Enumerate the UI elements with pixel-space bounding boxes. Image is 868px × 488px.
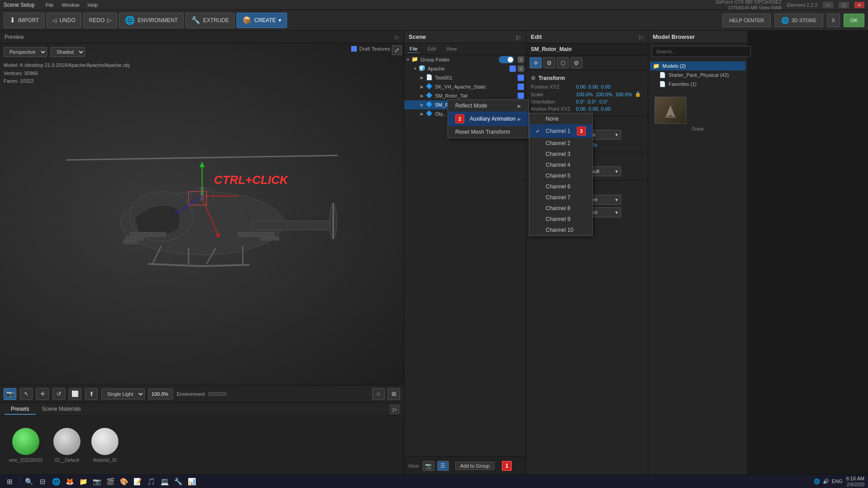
tree-item-apache[interactable]: ▼ 🧊 Apache × [404, 64, 526, 73]
ctx-auxiliary-animation[interactable]: 2 Auxiliary Animation ▶ [448, 112, 528, 126]
ctx-reset-mesh[interactable]: Reset Mesh Transform [448, 126, 528, 138]
sub-channel-10[interactable]: Channel 10 [529, 225, 592, 235]
single-light-dropdown[interactable]: Single Light [101, 389, 145, 399]
sub-channel-4[interactable]: Channel 4 [529, 160, 592, 170]
create-button[interactable]: 📦 CREATE ▾ [236, 13, 287, 28]
draft-textures-checkbox[interactable]: Draft Textures [351, 46, 390, 52]
taskbar-app4[interactable]: 📝 [132, 476, 143, 488]
sub-channel-3[interactable]: Channel 3 [529, 149, 592, 160]
sub-channel-8[interactable]: Channel 8 [529, 203, 592, 214]
close-window-button[interactable]: × [854, 2, 864, 8]
3dstore-button[interactable]: 🌐 3D STORE [774, 14, 823, 27]
models-folder[interactable]: 📁 Models (2) [650, 61, 745, 70]
sub-channel-1[interactable]: ✓ Channel 1 3 [529, 124, 592, 138]
material-swatch-2[interactable]: Material_30 [91, 428, 118, 463]
extrude-button[interactable]: 🔧 EXTRUDE [185, 13, 235, 28]
minimize-button[interactable]: − [823, 2, 833, 8]
quad-view-button[interactable]: ⊞ [387, 388, 400, 400]
scene-expand-icon[interactable]: ▷ [516, 33, 521, 41]
tree-close-group[interactable]: × [518, 56, 524, 63]
frame-button[interactable]: ⬜ [69, 388, 81, 400]
select-button[interactable]: ↖ [20, 388, 33, 400]
sub-channel-6[interactable]: Channel 6 [529, 181, 592, 192]
orient-x[interactable]: 0.0° [576, 99, 585, 104]
taskbar-app3[interactable]: 🎨 [118, 476, 130, 488]
taskbar-app2[interactable]: 🎬 [104, 476, 116, 488]
perspective-dropdown[interactable]: Perspective [4, 47, 47, 57]
ok-button[interactable]: OK [844, 14, 864, 27]
edit-tab-rotate[interactable]: ⚙ [543, 57, 555, 68]
export-button[interactable]: ⬆ [85, 388, 98, 400]
sub-none[interactable]: None [529, 113, 592, 124]
sub-channel-9[interactable]: Channel 9 [529, 214, 592, 225]
preview-expand-icon[interactable]: ▷ [395, 34, 399, 40]
scale-x[interactable]: 100.0% [576, 92, 593, 97]
sub-channel-7[interactable]: Channel 7 [529, 192, 592, 203]
x-button[interactable]: X [827, 14, 840, 27]
environment-button[interactable]: 🌐 ENVIRONMENT [119, 13, 184, 28]
task-view-button[interactable]: ⊟ [37, 476, 48, 488]
scene-camera-btn[interactable]: 📷 [423, 461, 434, 471]
presets-tab[interactable]: Presets [5, 404, 36, 415]
anchor-z[interactable]: 0.00 [601, 106, 610, 112]
camera-button[interactable]: 📷 [4, 388, 16, 400]
circle-view-button[interactable]: ○ [372, 388, 385, 400]
scene-list-btn[interactable]: ☰ [437, 461, 449, 471]
maximize-button[interactable]: □ [839, 2, 849, 8]
tree-visibility-text[interactable] [518, 75, 524, 81]
search-taskbar-button[interactable]: 🔍 [23, 476, 35, 488]
add-to-group-btn[interactable]: Add to Group [455, 462, 495, 470]
menu-file[interactable]: File [42, 2, 57, 8]
scene-materials-tab[interactable]: Scene Materials [36, 404, 87, 415]
orient-z[interactable]: 0.0° [599, 99, 609, 104]
tree-item-sk-apache[interactable]: ▶ 🔷 SK_VH_Apache_Static [404, 82, 526, 91]
help-center-button[interactable]: HELP CENTER [722, 14, 771, 27]
shading-dropdown[interactable]: Shaded [51, 47, 85, 57]
sub-channel-5[interactable]: Channel 5 [529, 170, 592, 181]
preview-content[interactable]: Perspective Shaded Model: K:/desktop 21.… [0, 43, 404, 385]
viewport-expand-button[interactable]: ⤢ [392, 45, 402, 55]
anchor-x[interactable]: 0.00 [576, 106, 585, 112]
taskbar-app5[interactable]: 🎵 [145, 476, 157, 488]
redo-button[interactable]: REDO ▷ [83, 13, 118, 28]
explorer-button[interactable]: 📁 [77, 476, 89, 488]
tree-visibility-apache[interactable] [509, 66, 516, 72]
anchor-y[interactable]: 0.00 [589, 106, 598, 112]
add-button[interactable]: ✛ [36, 388, 49, 400]
presets-expand-button[interactable]: ▷ [390, 405, 399, 414]
menu-help[interactable]: Help [84, 2, 102, 8]
edit-tab-move[interactable]: ✛ [530, 57, 542, 68]
position-y[interactable]: 0.00 [589, 84, 598, 89]
menu-window[interactable]: Window [58, 2, 83, 8]
model-search-input[interactable] [652, 46, 751, 57]
position-z[interactable]: 0.00 [601, 84, 610, 89]
toggle-group[interactable] [499, 56, 514, 63]
tree-visibility-tail[interactable] [518, 93, 524, 99]
material-swatch-0[interactable]: wire_153228153 [9, 428, 42, 463]
orient-y[interactable]: 0.0° [588, 99, 597, 104]
edit-expand-icon[interactable]: ▷ [639, 34, 643, 40]
light-percentage-input[interactable] [148, 389, 173, 399]
ctx-reflect-mode[interactable]: Reflect Mode ▶ [448, 100, 528, 112]
scale-y[interactable]: 100.0% [595, 92, 612, 97]
scene-tab-edit[interactable]: Edit [426, 45, 438, 53]
taskbar-app7[interactable]: 🔧 [172, 476, 184, 488]
chrome-button[interactable]: 🌐 [50, 476, 62, 488]
favorites-folder[interactable]: 📄 Favorites (1) [650, 80, 745, 89]
edit-tab-settings[interactable]: ⚙ [571, 57, 582, 68]
start-button[interactable]: ⊞ [4, 476, 15, 488]
material-swatch-1[interactable]: 02__Default [53, 428, 80, 463]
edit-tab-scale[interactable]: ⬡ [557, 57, 569, 68]
tree-item-group-folder[interactable]: ▼ 📁 Group Folder × [404, 55, 526, 64]
model-thumb[interactable] [655, 97, 686, 124]
firefox-button[interactable]: 🦊 [64, 476, 75, 488]
taskbar-app6[interactable]: 💻 [159, 476, 170, 488]
scene-tab-file[interactable]: File [408, 45, 420, 53]
tree-visibility-sk[interactable] [518, 84, 524, 90]
import-button[interactable]: ⬇ IMPORT [4, 13, 45, 28]
sub-channel-2[interactable]: Channel 2 [529, 138, 592, 149]
scale-z[interactable]: 100.0% [615, 92, 632, 97]
position-x[interactable]: 0.00 [576, 84, 585, 89]
undo-button[interactable]: ◁ UNDO [47, 13, 81, 28]
tree-item-rotor-tail[interactable]: ▶ 🔷 SM_Rotor_Tail [404, 91, 526, 100]
